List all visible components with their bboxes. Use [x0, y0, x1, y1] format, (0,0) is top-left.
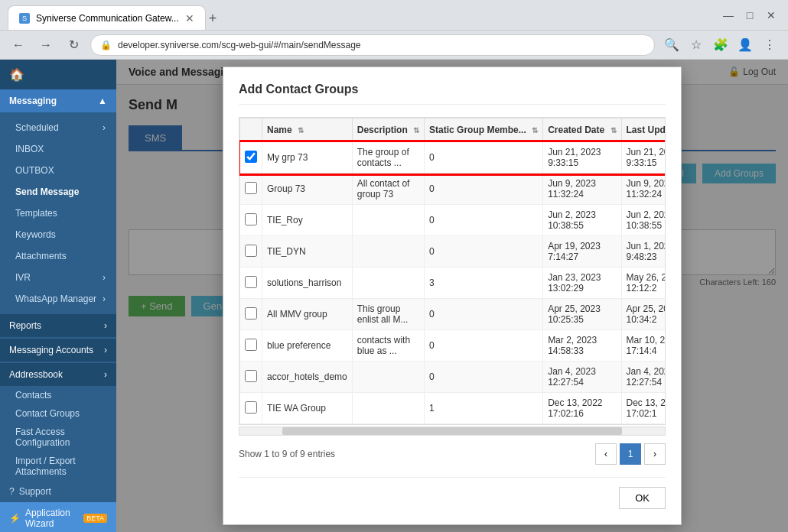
sidebar-item-inbox[interactable]: INBOX [0, 138, 116, 160]
col-header-name[interactable]: Name ⇅ [262, 118, 353, 142]
table-row[interactable]: All MMV group This group enlist all M...… [240, 299, 666, 330]
sidebar-item-import-export[interactable]: Import / Export Attachments [0, 452, 116, 481]
table-scroll-area: Name ⇅ Description ⇅ Static Group Membe.… [239, 117, 666, 436]
home-icon: 🏠 [9, 67, 24, 82]
prev-page-button[interactable]: ‹ [595, 443, 617, 465]
browser-chrome: S Syniverse Communication Gatew... ✕ + [0, 0, 788, 31]
row-members: 0 [425, 142, 543, 174]
sidebar-item-support[interactable]: ? Support [0, 481, 116, 502]
row-checkbox-8[interactable] [245, 401, 257, 414]
sidebar-item-ivr[interactable]: IVR › [0, 267, 116, 288]
row-members: 0 [425, 299, 543, 330]
sidebar-item-scheduled[interactable]: Scheduled › [0, 117, 116, 138]
forward-button[interactable]: → [35, 34, 57, 56]
row-checkbox-1[interactable] [245, 182, 257, 194]
sidebar-item-outbox[interactable]: OUTBOX [0, 160, 116, 181]
sidebar-messaging-section[interactable]: Messaging ▲ [0, 89, 116, 112]
sidebar-item-contact-groups[interactable]: Contact Groups [0, 404, 116, 423]
table-row[interactable]: solutions_harrison 3 Jan 23, 2023 13:02:… [240, 268, 666, 299]
row-created-date: Apr 25, 2023 10:25:35 [543, 299, 621, 330]
row-checkbox-5[interactable] [245, 307, 257, 320]
row-checkbox-cell[interactable] [240, 205, 262, 236]
table-row[interactable]: TIE_DYN 0 Apr 19, 2023 7:14:27 Jun 1, 20… [240, 236, 666, 268]
show-entries-text: Show 1 to 9 of 9 entries [239, 449, 335, 459]
row-checkbox-cell[interactable] [240, 268, 262, 299]
ok-button[interactable]: OK [619, 487, 666, 509]
row-description [352, 362, 424, 393]
row-checkbox-4[interactable] [245, 276, 257, 288]
contact-groups-table: Name ⇅ Description ⇅ Static Group Membe.… [239, 118, 666, 424]
sidebar-item-contacts[interactable]: Contacts [0, 386, 116, 404]
row-checkbox-7[interactable] [245, 370, 257, 382]
modal-overlay: Add Contact Groups Name ⇅ [116, 60, 788, 532]
row-checkbox-cell[interactable] [240, 236, 262, 268]
table-row[interactable]: accor_hotels_demo 0 Jan 4, 2023 12:27:54… [240, 362, 666, 393]
back-button[interactable]: ← [8, 34, 29, 56]
address-bar[interactable]: 🔒 developer.syniverse.com/scg-web-gui/#/… [90, 34, 655, 56]
table-horizontal-scrollbar[interactable] [239, 427, 666, 436]
sidebar-item-wizard[interactable]: ⚡ Application Wizard BETA [0, 502, 116, 532]
table-row[interactable]: TIE WA Group 1 Dec 13, 2022 17:02:16 Dec… [240, 393, 666, 424]
page-1-button[interactable]: 1 [620, 443, 641, 465]
maximize-button[interactable]: □ [741, 6, 759, 24]
row-checkbox-cell[interactable] [240, 330, 262, 362]
row-checkbox-cell[interactable] [240, 393, 262, 424]
sidebar-item-templates[interactable]: Templates [0, 203, 116, 224]
new-tab-button[interactable]: + [206, 8, 220, 30]
sidebar-item-attachments[interactable]: Attachments [0, 245, 116, 267]
row-created-date: Jun 9, 2023 11:32:24 [543, 174, 621, 205]
sidebar-item-send-message[interactable]: Send Message [0, 181, 116, 203]
tab-close-icon[interactable]: ✕ [185, 12, 194, 24]
modal-footer: OK [239, 477, 666, 509]
row-members: 0 [425, 205, 543, 236]
sidebar-item-whatsapp[interactable]: WhatsApp Manager › [0, 288, 116, 310]
col-header-created[interactable]: Created Date ⇅ [543, 118, 621, 142]
sidebar-messaging-accounts-section[interactable]: Messaging Accounts › [0, 339, 116, 362]
browser-actions: 🔍 ☆ 🧩 👤 ⋮ [661, 34, 780, 56]
row-created-date: Jan 23, 2023 13:02:29 [543, 268, 621, 299]
chevron-right-icon: › [103, 122, 106, 133]
main-content: Voice and Messaging Console 🔓 Log Out Se… [116, 60, 788, 532]
table-footer: Show 1 to 9 of 9 entries ‹ 1 › [239, 443, 666, 465]
ab-chevron: › [104, 369, 107, 380]
row-checkbox-2[interactable] [245, 213, 257, 225]
messaging-accounts-label: Messaging Accounts [9, 345, 93, 355]
row-checkbox-6[interactable] [245, 339, 257, 351]
sort-arrows-members: ⇅ [532, 126, 538, 135]
bookmark-button[interactable]: ☆ [685, 34, 707, 56]
row-name: solutions_harrison [262, 268, 353, 299]
sidebar-addressbook-section[interactable]: Addressbook › [0, 363, 116, 386]
col-header-update[interactable]: Last Update ⇅ [621, 118, 666, 142]
menu-button[interactable]: ⋮ [759, 34, 780, 56]
row-name: TIE WA Group [262, 393, 353, 424]
row-created-date: Jun 2, 2023 10:38:55 [543, 205, 621, 236]
row-created-date: Mar 2, 2023 14:58:33 [543, 330, 621, 362]
row-description: This group enlist all M... [352, 299, 424, 330]
table-row[interactable]: Group 73 All contact of group 73 0 Jun 9… [240, 174, 666, 205]
reload-button[interactable]: ↻ [63, 34, 84, 56]
table-row[interactable]: My grp 73 The group of contacts ... 0 Ju… [240, 142, 666, 174]
row-checkbox-cell[interactable] [240, 299, 262, 330]
profile-button[interactable]: 👤 [734, 34, 756, 56]
sidebar-reports-section[interactable]: Reports › [0, 314, 116, 337]
col-header-description[interactable]: Description ⇅ [352, 118, 424, 142]
row-checkbox-cell[interactable] [240, 142, 262, 174]
search-button[interactable]: 🔍 [661, 34, 682, 56]
minimize-button[interactable]: — [719, 6, 738, 24]
table-row[interactable]: blue preference contacts with blue as ..… [240, 330, 666, 362]
next-page-button[interactable]: › [644, 443, 666, 465]
row-description: The group of contacts ... [352, 142, 424, 174]
row-checkbox-0[interactable] [245, 151, 257, 163]
row-checkbox-cell[interactable] [240, 362, 262, 393]
sidebar-item-keywords[interactable]: Keywords [0, 224, 116, 245]
table-row[interactable]: TIE_Roy 0 Jun 2, 2023 10:38:55 Jun 2, 20… [240, 205, 666, 236]
sidebar-item-fast-access[interactable]: Fast Access Configuration [0, 423, 116, 452]
row-checkbox-3[interactable] [245, 245, 257, 257]
active-tab[interactable]: S Syniverse Communication Gatew... ✕ [8, 5, 206, 30]
col-header-members[interactable]: Static Group Membe... ⇅ [425, 118, 543, 142]
row-created-date: Jan 4, 2023 12:27:54 [543, 362, 621, 393]
close-button[interactable]: ✕ [762, 6, 780, 24]
row-checkbox-cell[interactable] [240, 174, 262, 205]
extensions-button[interactable]: 🧩 [710, 34, 731, 56]
row-description [352, 268, 424, 299]
